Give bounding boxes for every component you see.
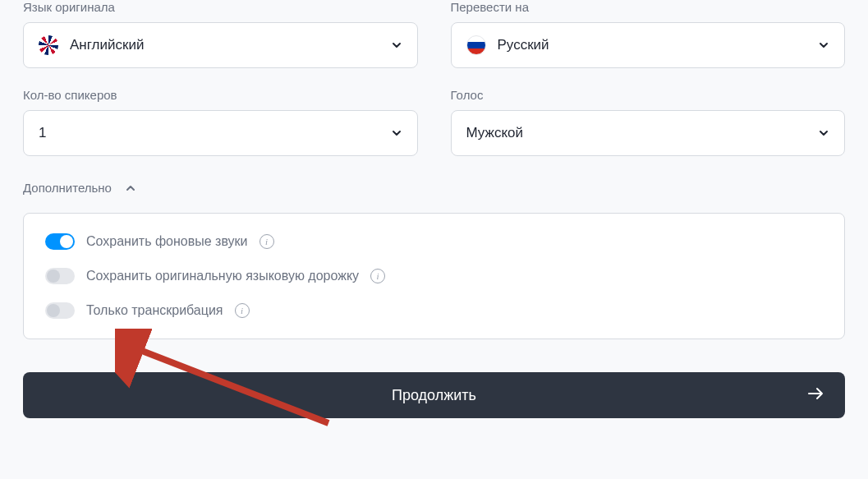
additional-toggle[interactable]: Дополнительно: [23, 181, 845, 195]
chevron-down-icon: [818, 127, 829, 139]
chevron-up-icon: [125, 182, 136, 194]
voice-label: Голос: [451, 88, 846, 102]
target-language-value: Русский: [498, 37, 549, 53]
source-language-select[interactable]: Английский: [23, 22, 418, 68]
info-icon[interactable]: [235, 303, 250, 318]
info-icon[interactable]: [370, 269, 385, 283]
transcription-only-label: Только транскрибация: [86, 303, 223, 318]
source-language-label: Язык оригинала: [23, 0, 418, 14]
target-language-select[interactable]: Русский: [451, 22, 846, 68]
arrow-right-icon: [806, 384, 825, 408]
continue-button-label: Продолжить: [392, 387, 476, 404]
transcription-only-toggle[interactable]: [45, 302, 75, 319]
additional-panel: Сохранить фоновые звуки Сохранить оригин…: [23, 213, 845, 339]
chevron-down-icon: [391, 39, 402, 51]
voice-value: Мужской: [466, 125, 524, 141]
keep-background-toggle[interactable]: [45, 233, 75, 250]
source-language-value: Английский: [70, 37, 144, 53]
chevron-down-icon: [391, 127, 402, 139]
speakers-value: 1: [39, 125, 46, 141]
speakers-select[interactable]: 1: [23, 110, 418, 156]
continue-button[interactable]: Продолжить: [23, 372, 845, 418]
target-language-label: Перевести на: [451, 0, 846, 14]
ru-flag-icon: [466, 35, 486, 55]
speakers-label: Кол-во спикеров: [23, 88, 418, 102]
keep-original-audio-toggle[interactable]: [45, 268, 75, 284]
keep-background-label: Сохранить фоновые звуки: [86, 234, 248, 249]
additional-label: Дополнительно: [23, 181, 112, 195]
uk-flag-icon: [39, 35, 58, 55]
info-icon[interactable]: [259, 234, 274, 249]
voice-select[interactable]: Мужской: [451, 110, 846, 156]
keep-original-audio-label: Сохранить оригинальную языковую дорожку: [86, 269, 359, 283]
chevron-down-icon: [818, 39, 829, 51]
